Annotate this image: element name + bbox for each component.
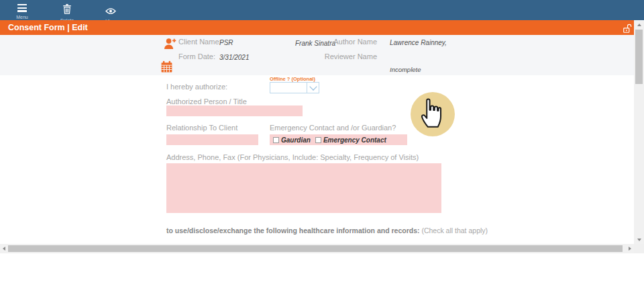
emergency-contact-checkbox[interactable]: Emergency Contact — [315, 136, 386, 144]
client-code-value: PSR — [219, 39, 233, 46]
scroll-left-icon[interactable] — [0, 244, 7, 253]
offline-optional-label: Offline ? (Optional) — [270, 76, 315, 82]
eye-icon — [105, 5, 116, 17]
menu-icon — [17, 4, 27, 13]
address-textarea[interactable] — [166, 163, 441, 213]
vertical-scrollbar[interactable] — [634, 20, 644, 244]
client-name-label: Client Name: — [178, 38, 221, 46]
form-date-label: Form Date: — [178, 52, 215, 60]
emergency-question-label: Emergency Contact and /or Guardian? — [270, 124, 396, 132]
calendar-icon[interactable] — [160, 60, 173, 76]
guardian-checkbox-box[interactable] — [273, 137, 279, 143]
vertical-scrollbar-thumb[interactable] — [635, 30, 643, 84]
authorized-person-label: Authorized Person / Title — [166, 97, 247, 105]
status-badge: Incomplete — [390, 66, 421, 73]
title-bar: Consent Form | Edit — [0, 20, 634, 35]
reviewer-name-label: Reviewer Name — [313, 52, 377, 60]
authorized-person-input[interactable] — [166, 105, 303, 116]
cursor-icon — [418, 95, 443, 132]
page-title: Consent Form | Edit — [8, 20, 88, 35]
guardian-emergency-checkbox-group: Gaurdian Emergency Contact — [270, 134, 407, 145]
view-button[interactable]: View — [96, 0, 125, 20]
form-date-value[interactable]: 3/31/2021 — [219, 54, 250, 61]
horizontal-scrollbar[interactable] — [0, 244, 634, 253]
client-add-icon — [162, 37, 176, 54]
scroll-right-icon[interactable] — [625, 244, 634, 253]
offline-dropdown[interactable] — [270, 82, 319, 93]
horizontal-scrollbar-thumb[interactable] — [8, 245, 623, 252]
address-label: Address, Phone, Fax (For Physicians, Inc… — [166, 153, 419, 161]
relationship-label: Relationship To Client — [166, 124, 237, 132]
chevron-down-icon[interactable] — [307, 83, 319, 93]
scroll-down-icon[interactable] — [634, 235, 644, 244]
guardian-checkbox-label: Gaurdian — [281, 136, 311, 144]
author-name-label: Author Name — [313, 38, 377, 46]
delete-button[interactable]: Delete — [52, 0, 82, 20]
emergency-contact-checkbox-label: Emergency Contact — [323, 136, 386, 144]
scroll-up-icon[interactable] — [634, 20, 644, 29]
top-toolbar: Menu Delete View — [0, 0, 644, 20]
consent-form-window: Menu Delete View — [0, 0, 644, 297]
scrollbar-corner — [634, 244, 644, 253]
menu-button-label: Menu — [16, 15, 28, 19]
trash-icon — [62, 4, 72, 17]
relationship-input[interactable] — [166, 134, 258, 145]
disclosure-statement-bold: to use/disclose/exchange the following h… — [166, 226, 420, 235]
menu-button[interactable]: Menu — [7, 0, 37, 20]
guardian-checkbox[interactable]: Gaurdian — [273, 136, 311, 144]
offline-dropdown-value — [270, 83, 307, 93]
author-name-value: Lawrence Rainney, — [390, 39, 447, 46]
emergency-contact-checkbox-box[interactable] — [315, 137, 321, 143]
disclosure-statement: to use/disclose/exchange the following h… — [166, 226, 488, 235]
authorize-label: I hereby authorize: — [166, 83, 227, 91]
